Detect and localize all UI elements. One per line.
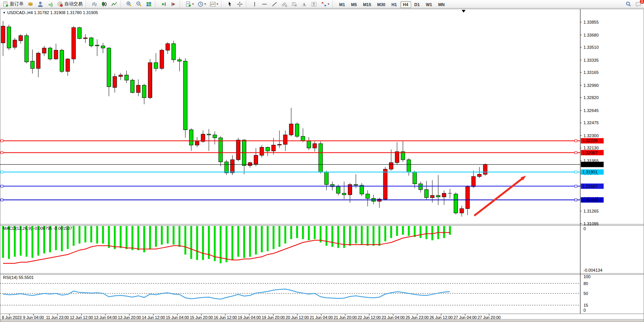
chart-canvas[interactable]: 1.338551.336801.335101.333351.331651.329… [0, 0, 644, 322]
horizontal-line-icon [261, 1, 268, 7]
arrows-button[interactable]: ▾ [319, 0, 331, 8]
svg-text:1.31419: 1.31419 [582, 198, 598, 202]
trend-arrow[interactable] [474, 176, 526, 216]
svg-text:12 Jun 12:00: 12 Jun 12:00 [70, 315, 93, 320]
symbol-dropdown-icon[interactable]: ▼ [3, 11, 6, 14]
date-axis: 8 Jun 20239 Jun 04:0011 Jun 23:0012 Jun … [2, 314, 501, 320]
svg-text:1.32645: 1.32645 [583, 108, 599, 113]
new-order-button[interactable]: 新订单 [1, 0, 25, 8]
toolbar-separator [86, 1, 88, 8]
trendline-button[interactable] [270, 0, 279, 8]
hline-handle [575, 152, 577, 154]
timeframe-group: M1M5M15M30H1H4D1W1MN [336, 1, 448, 8]
svg-text:1.32820: 1.32820 [583, 95, 599, 100]
svg-text:1.32475: 1.32475 [583, 120, 599, 125]
svg-text:19 Jun 04:00: 19 Jun 04:00 [238, 315, 261, 320]
svg-text:1.32067: 1.32067 [582, 151, 598, 155]
search-button[interactable] [624, 0, 633, 8]
market-book-button[interactable] [26, 0, 35, 8]
text-label-icon: T [311, 1, 317, 7]
svg-text:1.31607: 1.31607 [582, 184, 598, 189]
timeframe-H4[interactable]: H4 [400, 1, 411, 8]
mt4-window: 新订单 自动交易 [0, 0, 644, 322]
svg-text:80: 80 [583, 281, 588, 286]
auto-trading-label: 自动交易 [64, 1, 83, 7]
timeframe-M30[interactable]: M30 [375, 1, 388, 8]
svg-text:19 Jun 20:00: 19 Jun 20:00 [262, 315, 285, 320]
svg-text:27 Jun 20:00: 27 Jun 20:00 [478, 315, 501, 320]
svg-text:16 Jun 12:00: 16 Jun 12:00 [214, 315, 237, 320]
new-order-icon [3, 1, 9, 7]
signal-icon [47, 1, 53, 7]
equidistant-channel-button[interactable]: E [280, 0, 289, 8]
hline-handle [575, 185, 577, 187]
text-label-button[interactable]: T [309, 0, 319, 8]
templates-button[interactable]: ▾ [208, 0, 220, 8]
svg-text:1.31265: 1.31265 [583, 209, 599, 213]
chart-title[interactable]: ▼USDCAD-,H4 1.31782 1.31908 1.31780 1.31… [3, 10, 98, 15]
text-button[interactable]: A [300, 0, 309, 8]
timeframe-M1[interactable]: M1 [336, 1, 348, 8]
toolbar-separator [120, 1, 123, 8]
line-chart-button[interactable] [110, 0, 119, 8]
text-icon: A [301, 1, 307, 7]
tile-windows-button[interactable] [144, 0, 153, 8]
auto-scroll-icon [161, 1, 167, 7]
chart-shift-marker[interactable] [462, 10, 465, 13]
svg-text:11 Jun 23:00: 11 Jun 23:00 [46, 315, 69, 320]
bar-chart-button[interactable] [90, 0, 99, 8]
svg-text:1.33335: 1.33335 [583, 58, 599, 62]
timeframe-W1[interactable]: W1 [423, 1, 435, 8]
svg-text:21 Jun 20:00: 21 Jun 20:00 [334, 315, 357, 320]
equidistant-channel-icon: E [281, 1, 287, 7]
indicators-button[interactable]: ▾ [184, 0, 195, 8]
fibonacci-icon: F [291, 1, 297, 7]
toolbar-separator [246, 1, 249, 8]
crosshair-icon [237, 1, 243, 7]
chat-button[interactable]: 1 [634, 0, 643, 8]
chat-unread-badge: 1 [640, 0, 644, 4]
arrows-caret-icon: ▾ [328, 2, 329, 6]
zoom-out-button[interactable] [134, 0, 143, 8]
horizontal-line-button[interactable] [260, 0, 269, 8]
main-toolbar: 新订单 自动交易 [0, 0, 644, 8]
svg-text:15 Jun 04:00: 15 Jun 04:00 [166, 315, 189, 320]
svg-text:50: 50 [583, 291, 588, 296]
svg-text:T: T [313, 2, 315, 6]
bar-chart-icon [91, 1, 97, 7]
svg-text:22 Jun 12:00: 22 Jun 12:00 [358, 315, 381, 320]
vertical-line-button[interactable] [250, 0, 259, 8]
svg-text:1.33680: 1.33680 [583, 33, 599, 37]
hline-handle [1, 185, 3, 187]
vertical-line-icon [252, 1, 258, 7]
timeframe-H1[interactable]: H1 [389, 1, 399, 8]
hline-handle [575, 199, 577, 201]
auto-trading-button[interactable]: 自动交易 [56, 0, 84, 8]
timeframe-D1[interactable]: D1 [412, 1, 422, 8]
zoom-in-button[interactable] [124, 0, 134, 8]
timeframe-MN[interactable]: MN [435, 1, 447, 8]
chart-shift-icon [171, 1, 177, 7]
svg-text:1.31095: 1.31095 [583, 221, 599, 226]
chart-shift-button[interactable] [169, 0, 178, 8]
templates-caret-icon: ▾ [217, 2, 218, 6]
svg-text:13 Jun 20:00: 13 Jun 20:00 [118, 315, 141, 320]
horizontal-level-lines[interactable] [0, 139, 580, 201]
periods-button[interactable]: ▾ [196, 0, 207, 8]
cursor-icon [227, 1, 233, 7]
timeframe-M5[interactable]: M5 [348, 1, 359, 8]
auto-scroll-button[interactable] [159, 0, 168, 8]
svg-text:1.33510: 1.33510 [583, 45, 599, 50]
svg-text:F: F [295, 5, 297, 7]
svg-text:100: 100 [583, 274, 590, 279]
svg-text:23 Jun 04:00: 23 Jun 04:00 [382, 315, 405, 320]
candlestick-chart-button[interactable] [100, 0, 109, 8]
timeframe-M15[interactable]: M15 [360, 1, 374, 8]
profile-button[interactable] [36, 0, 45, 8]
fibonacci-button[interactable]: F [290, 0, 299, 8]
signal-button[interactable] [46, 0, 55, 8]
svg-text:1.31801: 1.31801 [582, 170, 598, 174]
hline-handle [1, 139, 3, 142]
crosshair-button[interactable] [235, 0, 244, 8]
cursor-button[interactable] [225, 0, 234, 8]
